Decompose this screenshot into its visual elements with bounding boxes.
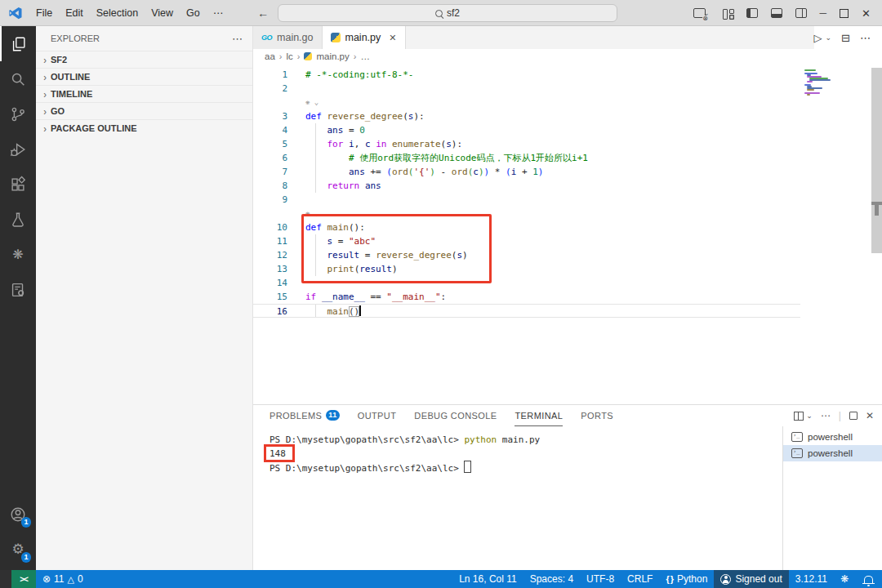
launch-profile-button[interactable]: ⌄ bbox=[693, 8, 710, 18]
code-line-5[interactable]: 5 for i, c in enumerate(s): bbox=[253, 137, 800, 151]
language-mode[interactable]: { }Python bbox=[659, 570, 714, 588]
maximize-panel-icon[interactable] bbox=[849, 412, 858, 420]
sidebar-section-outline[interactable]: ›OUTLINE bbox=[36, 68, 252, 85]
remote-indicator[interactable]: >< bbox=[11, 570, 36, 588]
python-icon bbox=[331, 33, 341, 42]
explorer-sidebar: EXPLORER ⋯ ›SF2›OUTLINE›TIMELINE›GO›PACK… bbox=[36, 26, 253, 570]
close-panel-icon[interactable]: ✕ bbox=[866, 410, 874, 421]
extensions-icon[interactable] bbox=[0, 167, 36, 202]
titlebar: FileEditSelectionViewGo⋯ ← → sf2 ⌄ ─ ✕ bbox=[0, 0, 882, 26]
line-number: 6 bbox=[253, 151, 287, 165]
code-line-8[interactable]: 8 return ans bbox=[253, 179, 800, 193]
panel-more-actions-icon[interactable]: ⋯ bbox=[821, 410, 831, 421]
menu-view[interactable]: View bbox=[145, 7, 180, 19]
python-icon bbox=[304, 52, 312, 60]
code-line-15[interactable]: 15if __name__ == "__main__": bbox=[253, 290, 800, 304]
panel-tab-debug-console[interactable]: DEBUG CONSOLE bbox=[414, 405, 497, 426]
bell-icon bbox=[864, 576, 873, 583]
code-editor[interactable]: 1# -*-coding:utf-8-*-2❋ ⌄3def reverse_de… bbox=[253, 64, 882, 404]
line-number: 8 bbox=[253, 179, 287, 193]
search-icon[interactable] bbox=[0, 61, 36, 96]
breadcrumb-item[interactable]: main.py bbox=[316, 51, 349, 61]
extension-decoration-icon[interactable]: ❋ ⌄ bbox=[305, 96, 318, 109]
command-center-search[interactable]: sf2 bbox=[278, 4, 617, 22]
extension-swirl-icon[interactable]: ❋ bbox=[0, 237, 36, 272]
toggle-secondary-sidebar-icon[interactable] bbox=[795, 8, 807, 18]
minimap[interactable] bbox=[804, 69, 855, 96]
explorer-more-actions-icon[interactable]: ⋯ bbox=[232, 33, 243, 45]
menu-go[interactable]: Go bbox=[180, 7, 207, 19]
notifications[interactable] bbox=[855, 570, 882, 588]
window-close-button[interactable]: ✕ bbox=[862, 7, 871, 20]
code-line-7[interactable]: 7 ans += (ord('{') - ord(c)) * (i + 1) bbox=[253, 165, 800, 179]
breadcrumb-item[interactable]: lc bbox=[286, 51, 292, 61]
sidebar-section-go[interactable]: ›GO bbox=[36, 102, 252, 119]
eol[interactable]: CRLF bbox=[621, 570, 659, 588]
toggle-sidebar-icon[interactable] bbox=[746, 8, 758, 18]
editor-more-actions-icon[interactable]: ⋯ bbox=[860, 32, 871, 44]
split-terminal-button[interactable]: ⌄ bbox=[794, 412, 813, 421]
terminal-line: PS D:\mysetup\gopath\src\sf2\aa\lc> bbox=[270, 461, 540, 475]
terminal-list: powershellpowershell bbox=[782, 426, 882, 570]
code-line-1[interactable]: 1# -*-coding:utf-8-*- bbox=[253, 68, 800, 82]
status-bar: >< ⊗ 11 △ 0 Ln 16, Col 11Spaces: 4UTF-8C… bbox=[0, 570, 882, 588]
back-arrow-icon[interactable]: ← bbox=[257, 7, 269, 20]
source-control-icon[interactable] bbox=[0, 96, 36, 131]
menu-more-icon[interactable]: ⋯ bbox=[207, 7, 230, 19]
code-text: ans = 0 bbox=[305, 123, 365, 137]
python-version[interactable]: 3.12.11 bbox=[789, 570, 834, 588]
line-number: 1 bbox=[253, 68, 287, 82]
terminal-output[interactable]: PS D:\mysetup\gopath\src\sf2\aa\lc> pyth… bbox=[270, 433, 540, 475]
breadcrumb-item[interactable]: … bbox=[360, 51, 370, 61]
split-editor-icon[interactable]: ⊟ bbox=[841, 32, 850, 44]
window-maximize-button[interactable] bbox=[840, 9, 849, 18]
code-line-4[interactable]: 4 ans = 0 bbox=[253, 123, 800, 137]
sidebar-section-sf2[interactable]: ›SF2 bbox=[36, 51, 252, 68]
testing-icon[interactable] bbox=[0, 202, 36, 237]
breadcrumb-separator-icon: › bbox=[354, 51, 357, 61]
breadcrumb[interactable]: aa›lc›main.py›… bbox=[253, 49, 882, 64]
sidebar-section-timeline[interactable]: ›TIMELINE bbox=[36, 85, 252, 102]
terminal-instance[interactable]: powershell bbox=[783, 429, 882, 445]
indent-guide bbox=[315, 151, 316, 165]
explorer-icon[interactable] bbox=[0, 26, 36, 61]
extension-file-gear-icon[interactable] bbox=[0, 272, 36, 307]
tab-close-icon[interactable]: ✕ bbox=[389, 33, 396, 43]
editor-region: GOmain.gomain.py✕ ▷ ⌄ ⊟ ⋯ aa›lc›main.py›… bbox=[253, 26, 882, 570]
run-and-debug-icon[interactable] bbox=[0, 131, 36, 167]
sidebar-section-package-outline[interactable]: ›PACKAGE OUTLINE bbox=[36, 119, 252, 136]
toggle-panel-icon[interactable] bbox=[771, 8, 782, 18]
cursor-position[interactable]: Ln 16, Col 11 bbox=[452, 570, 523, 588]
problems-status[interactable]: ⊗ 11 △ 0 bbox=[42, 573, 83, 585]
breadcrumb-item[interactable]: aa bbox=[265, 51, 275, 61]
line-number: 10 bbox=[253, 220, 287, 234]
menu-file[interactable]: File bbox=[29, 7, 59, 19]
panel-tab-problems[interactable]: PROBLEMS11 bbox=[270, 405, 340, 426]
tab-main.go[interactable]: GOmain.go bbox=[253, 26, 323, 49]
indentation[interactable]: Spaces: 4 bbox=[523, 570, 580, 588]
menu-selection[interactable]: Selection bbox=[90, 7, 145, 19]
run-python-file-button[interactable]: ▷ bbox=[814, 32, 822, 44]
status-label: Spaces: 4 bbox=[530, 573, 573, 585]
panel-tab-terminal[interactable]: TERMINAL bbox=[514, 405, 563, 426]
encoding[interactable]: UTF-8 bbox=[580, 570, 621, 588]
menu-edit[interactable]: Edit bbox=[59, 7, 90, 19]
editor-scrollbar[interactable] bbox=[871, 68, 882, 253]
code-line-16[interactable]: 16 main() bbox=[253, 304, 800, 318]
extension-status[interactable]: ❋ bbox=[834, 570, 855, 588]
window-minimize-button[interactable]: ─ bbox=[820, 7, 827, 19]
panel-tab-output[interactable]: OUTPUT bbox=[358, 405, 397, 426]
breadcrumb-separator-icon: › bbox=[297, 51, 301, 61]
code-line-6[interactable]: 6 # 使用ord获取字符的Unicode码点，下标从1开始所以i+1 bbox=[253, 151, 800, 165]
code-line-9[interactable]: 9 bbox=[253, 193, 800, 207]
customize-layout-icon[interactable] bbox=[723, 9, 733, 18]
accounts-icon[interactable]: 1 bbox=[0, 497, 36, 532]
settings-icon[interactable]: ⚙1 bbox=[0, 532, 36, 567]
panel-tab-ports[interactable]: PORTS bbox=[581, 405, 613, 426]
run-dropdown-icon[interactable]: ⌄ bbox=[826, 33, 832, 42]
code-line-2[interactable]: 2 bbox=[253, 82, 800, 96]
tab-main.py[interactable]: main.py✕ bbox=[323, 26, 406, 49]
accounts-signed-out[interactable]: Signed out bbox=[714, 570, 788, 588]
terminal-instance[interactable]: powershell bbox=[783, 445, 882, 461]
code-line-3[interactable]: 3def reverse_degree(s): bbox=[253, 109, 800, 123]
